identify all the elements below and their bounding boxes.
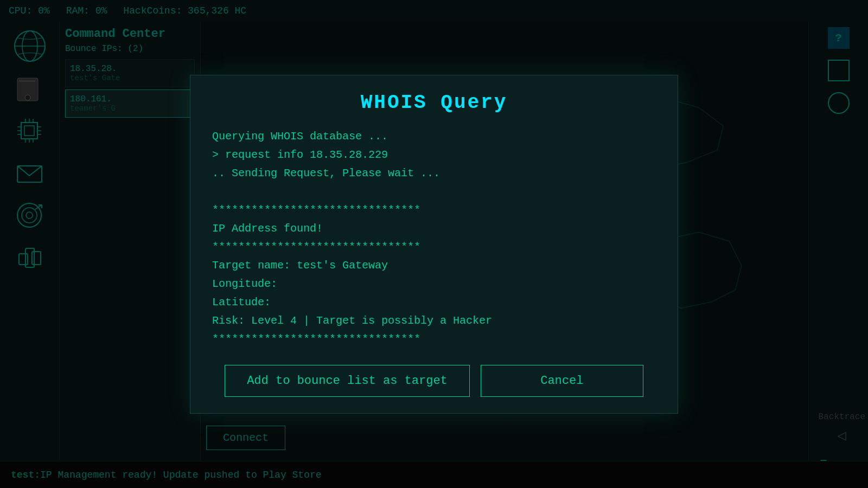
- cancel-button[interactable]: Cancel: [481, 365, 643, 397]
- modal-content: Querying WHOIS database ... > request in…: [212, 127, 656, 349]
- modal-line-1: Querying WHOIS database ...: [212, 127, 656, 146]
- modal-buttons: Add to bounce list as target Cancel: [212, 365, 656, 397]
- modal-line-11: Risk: Level 4 | Target is possibly a Hac…: [212, 312, 656, 330]
- modal-line-8: Target name: test's Gateway: [212, 256, 656, 275]
- modal-line-10: Latitude:: [212, 293, 656, 312]
- add-to-bounce-button[interactable]: Add to bounce list as target: [225, 365, 470, 397]
- modal-line-3: .. Sending Request, Please wait ...: [212, 164, 656, 183]
- modal-line-5: ********************************: [212, 201, 656, 220]
- modal-line-6: IP Address found!: [212, 220, 656, 238]
- modal-line-9: Longitude:: [212, 275, 656, 293]
- modal-overlay: WHOIS Query Querying WHOIS database ... …: [0, 0, 868, 488]
- modal-line-2: > request info 18.35.28.229: [212, 146, 656, 164]
- modal-line-12: ********************************: [212, 330, 656, 349]
- whois-modal: WHOIS Query Querying WHOIS database ... …: [190, 75, 678, 414]
- modal-line-4: [212, 183, 656, 201]
- modal-line-7: ********************************: [212, 238, 656, 256]
- modal-title: WHOIS Query: [212, 92, 656, 114]
